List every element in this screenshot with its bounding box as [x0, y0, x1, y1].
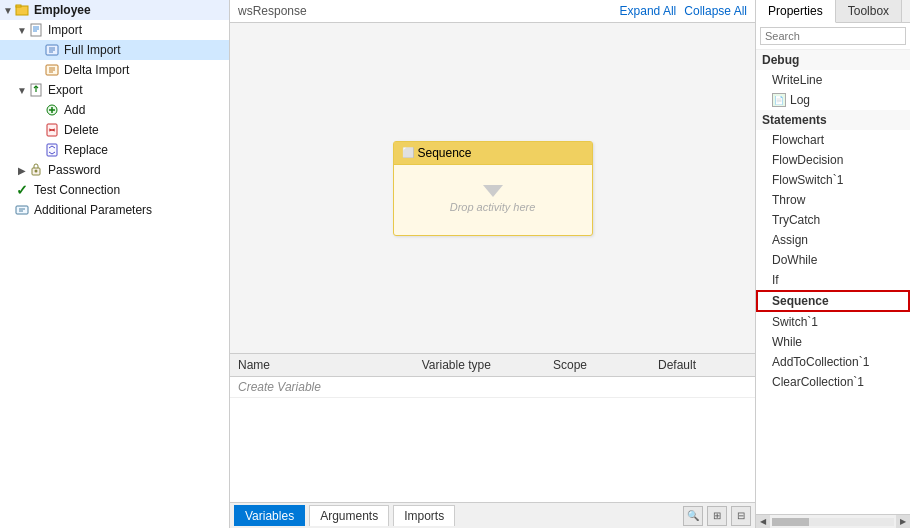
sequence-header-icon: ⬜ — [402, 147, 414, 158]
ws-response-label: wsResponse — [238, 4, 307, 18]
toolbox-item-sequence[interactable]: Sequence — [756, 290, 910, 312]
collapse-all-button[interactable]: Collapse All — [684, 4, 747, 18]
canvas-content[interactable]: ⬜ Sequence Drop activity here — [230, 23, 755, 353]
clearcollection-label: ClearCollection`1 — [772, 375, 864, 389]
toolbox-item-log[interactable]: 📄 Log — [756, 90, 910, 110]
delta-import-label: Delta Import — [64, 63, 129, 77]
footer-right-buttons: 🔍 ⊞ ⊟ — [683, 506, 751, 526]
sidebar-item-delta-import[interactable]: ▶ Delta Import — [0, 60, 229, 80]
assign-label: Assign — [772, 233, 808, 247]
toolbox-item-assign[interactable]: Assign — [756, 230, 910, 250]
test-connection-icon: ✓ — [14, 182, 30, 198]
drop-triangle — [483, 185, 503, 197]
create-variable-row[interactable]: Create Variable — [230, 377, 755, 398]
trycatch-label: TryCatch — [772, 213, 820, 227]
test-connection-label: Test Connection — [34, 183, 120, 197]
right-panel-scrollbar[interactable]: ◀ ▶ — [756, 514, 910, 528]
sidebar-item-full-import[interactable]: ▶ Full Import — [0, 40, 229, 60]
flowdecision-label: FlowDecision — [772, 153, 843, 167]
toolbox-item-throw[interactable]: Throw — [756, 190, 910, 210]
toolbox-item-flowdecision[interactable]: FlowDecision — [756, 150, 910, 170]
replace-label: Replace — [64, 143, 108, 157]
log-label: Log — [790, 93, 810, 107]
tab-properties[interactable]: Properties — [756, 0, 836, 23]
expand-all-button[interactable]: Expand All — [620, 4, 677, 18]
dowhile-label: DoWhile — [772, 253, 817, 267]
toolbox-item-if[interactable]: If — [756, 270, 910, 290]
sidebar-item-additional-params[interactable]: ▶ Additional Parameters — [0, 200, 229, 220]
full-import-label: Full Import — [64, 43, 121, 57]
delete-icon — [44, 122, 60, 138]
toolbox-item-addtocollection[interactable]: AddToCollection`1 — [756, 352, 910, 372]
flowswitch-label: FlowSwitch`1 — [772, 173, 843, 187]
password-label: Password — [48, 163, 101, 177]
toolbox-item-trycatch[interactable]: TryCatch — [756, 210, 910, 230]
scroll-left-btn[interactable]: ◀ — [756, 515, 770, 529]
search-container — [756, 23, 910, 50]
sidebar-item-replace[interactable]: ▶ Replace — [0, 140, 229, 160]
create-variable-label[interactable]: Create Variable — [230, 377, 755, 398]
canvas-area: wsResponse Expand All Collapse All ⬜ Seq… — [230, 0, 755, 528]
toolbox-item-flowchart[interactable]: Flowchart — [756, 130, 910, 150]
sidebar-item-delete[interactable]: ▶ Delete — [0, 120, 229, 140]
col-default: Default — [650, 354, 755, 377]
drop-hint: Drop activity here — [450, 201, 536, 213]
delta-import-icon — [44, 62, 60, 78]
expand-arrow-export[interactable]: ▼ — [16, 84, 28, 96]
tab-imports[interactable]: Imports — [393, 505, 455, 526]
toolbox-item-switch[interactable]: Switch`1 — [756, 312, 910, 332]
sequence-body[interactable]: Drop activity here — [394, 165, 592, 235]
svg-rect-2 — [31, 24, 41, 36]
replace-icon — [44, 142, 60, 158]
scroll-right-btn[interactable]: ▶ — [896, 515, 910, 529]
sidebar: ▼ Employee ▼ Import ▶ Full Import ▶ — [0, 0, 230, 528]
tab-variables[interactable]: Variables — [234, 505, 305, 526]
tab-arguments[interactable]: Arguments — [309, 505, 389, 526]
log-icon: 📄 — [772, 93, 786, 107]
full-import-icon — [44, 42, 60, 58]
toolbox-item-dowhile[interactable]: DoWhile — [756, 250, 910, 270]
sidebar-item-employee[interactable]: ▼ Employee — [0, 0, 229, 20]
if-label: If — [772, 273, 779, 287]
employee-folder-icon — [14, 2, 30, 18]
toolbox-item-clearcollection[interactable]: ClearCollection`1 — [756, 372, 910, 392]
tab-toolbox[interactable]: Toolbox — [836, 0, 902, 22]
toolbox-item-flowswitch[interactable]: FlowSwitch`1 — [756, 170, 910, 190]
sequence-box: ⬜ Sequence Drop activity here — [393, 141, 593, 236]
toolbox-search-input[interactable] — [760, 27, 906, 45]
sidebar-item-test-connection[interactable]: ▶ ✓ Test Connection — [0, 180, 229, 200]
additional-params-label: Additional Parameters — [34, 203, 152, 217]
additional-params-icon — [14, 202, 30, 218]
sidebar-item-add[interactable]: ▶ Add — [0, 100, 229, 120]
scroll-thumb — [772, 518, 809, 526]
delete-label: Delete — [64, 123, 99, 137]
flowchart-label: Flowchart — [772, 133, 824, 147]
throw-label: Throw — [772, 193, 805, 207]
col-scope: Scope — [545, 354, 650, 377]
sidebar-item-password[interactable]: ▶ Password — [0, 160, 229, 180]
group-statements: Statements — [756, 110, 910, 130]
sidebar-item-export[interactable]: ▼ Export — [0, 80, 229, 100]
svg-point-24 — [35, 170, 38, 173]
add-icon — [44, 102, 60, 118]
writeline-label: WriteLine — [772, 73, 822, 87]
expand-button[interactable]: ⊞ — [707, 506, 727, 526]
addtocollection-label: AddToCollection`1 — [772, 355, 869, 369]
right-tabs: Properties Toolbox — [756, 0, 910, 23]
toolbox-item-writeline[interactable]: WriteLine — [756, 70, 910, 90]
toolbox-list: Debug WriteLine 📄 Log Statements Flowcha… — [756, 50, 910, 514]
expand-arrow-password[interactable]: ▶ — [16, 164, 28, 176]
toolbox-item-while[interactable]: While — [756, 332, 910, 352]
expand-arrow-import[interactable]: ▼ — [16, 24, 28, 36]
scroll-track[interactable] — [772, 518, 894, 526]
expand-arrow-employee[interactable]: ▼ — [2, 4, 14, 16]
collapse-button[interactable]: ⊟ — [731, 506, 751, 526]
variables-table: Name Variable type Scope Default Create … — [230, 354, 755, 502]
search-button[interactable]: 🔍 — [683, 506, 703, 526]
col-type: Variable type — [414, 354, 545, 377]
password-icon — [28, 162, 44, 178]
sidebar-item-import[interactable]: ▼ Import — [0, 20, 229, 40]
right-panel: Properties Toolbox Debug WriteLine 📄 Log… — [755, 0, 910, 528]
sequence-title: Sequence — [418, 146, 472, 160]
svg-rect-1 — [16, 5, 21, 7]
